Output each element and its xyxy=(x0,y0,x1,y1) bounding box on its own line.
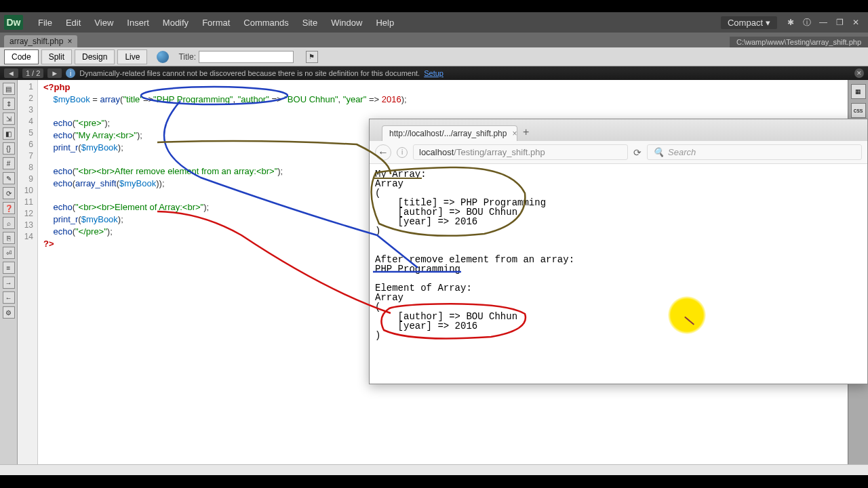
search-field[interactable]: 🔍 Search xyxy=(647,144,862,160)
site-info-icon[interactable]: i xyxy=(397,147,408,158)
code-nav-icon[interactable]: ⌕ xyxy=(3,217,15,229)
menu-edit[interactable]: Edit xyxy=(59,18,87,28)
preview-browser-icon[interactable] xyxy=(157,51,169,63)
comment-icon[interactable]: ⎘ xyxy=(3,232,15,244)
open-documents-icon[interactable]: ▤ xyxy=(3,83,15,95)
letterbox-top xyxy=(0,0,868,12)
app-logo: Dw xyxy=(4,15,23,30)
menu-format[interactable]: Format xyxy=(195,18,237,28)
menu-site[interactable]: Site xyxy=(296,18,324,28)
view-toolbar: Code Split Design Live Title: ⚑ xyxy=(0,47,868,66)
menu-commands[interactable]: Commands xyxy=(237,18,295,28)
browser-tab[interactable]: http://localhost/.../array_shift.php × xyxy=(382,125,517,141)
title-input[interactable] xyxy=(199,51,294,63)
extension-icon[interactable]: ✱ xyxy=(784,16,797,29)
reference-icon[interactable]: ❓ xyxy=(3,202,15,214)
close-icon[interactable]: × xyxy=(512,129,517,138)
view-design-button[interactable]: Design xyxy=(75,49,115,64)
view-code-button[interactable]: Code xyxy=(4,49,39,64)
browser-tab-bar: http://localhost/.../array_shift.php × + xyxy=(370,119,867,141)
menu-file[interactable]: File xyxy=(31,18,59,28)
menu-insert[interactable]: Insert xyxy=(120,18,156,28)
chevron-down-icon: ▾ xyxy=(766,18,770,28)
menu-bar: Dw File Edit View Insert Modify Format C… xyxy=(0,12,868,33)
back-button[interactable]: ← xyxy=(375,144,391,161)
collapse-icon[interactable]: ⇕ xyxy=(3,98,15,110)
recent-snippets-icon[interactable]: ≡ xyxy=(3,262,15,274)
insert-panel-icon[interactable]: ▦ xyxy=(851,84,866,99)
help-icon[interactable]: ⓘ xyxy=(800,16,814,29)
outdent-icon[interactable]: ← xyxy=(3,291,15,304)
new-tab-button[interactable]: + xyxy=(517,123,534,141)
info-bar: ◄ 1 / 2 ► i Dynamically-related files ca… xyxy=(0,66,868,80)
document-path: C:\wamp\www\Testing\array_shift.php xyxy=(730,37,868,47)
info-message: Dynamically-related files cannot not be … xyxy=(79,69,420,77)
browser-window: http://localhost/.../array_shift.php × +… xyxy=(369,119,868,384)
menu-view[interactable]: View xyxy=(87,18,120,28)
select-parent-icon[interactable]: ◧ xyxy=(3,127,15,140)
balance-braces-icon[interactable]: {} xyxy=(3,142,15,155)
info-icon: i xyxy=(66,68,75,78)
close-icon[interactable]: × xyxy=(67,37,72,46)
document-tab[interactable]: array_shift.php × xyxy=(4,35,77,47)
document-tab-bar: array_shift.php × C:\wamp\www\Testing\ar… xyxy=(0,33,868,47)
menu-modify[interactable]: Modify xyxy=(156,18,195,28)
setup-link[interactable]: Setup xyxy=(424,69,443,77)
maximize-icon[interactable]: ❐ xyxy=(833,16,846,29)
coding-toolbar: ▤ ⇕ ⇲ ◧ {} # ✎ ⟳ ❓ ⌕ ⎘ ⏎ ≡ → ← ⚙ xyxy=(0,80,18,464)
view-live-button[interactable]: Live xyxy=(117,49,147,64)
search-placeholder: Search xyxy=(668,147,696,157)
line-gutter: 1234567891011121314 xyxy=(18,80,38,464)
close-icon[interactable]: ✕ xyxy=(854,68,864,78)
url-field[interactable]: localhost/Testing/array_shift.php xyxy=(413,144,628,160)
expand-icon[interactable]: ⇲ xyxy=(3,113,15,125)
search-icon: 🔍 xyxy=(653,147,664,157)
check-icon[interactable]: ⚑ xyxy=(306,51,318,63)
minimize-icon[interactable]: — xyxy=(816,16,830,29)
wrap-tag-icon[interactable]: ⏎ xyxy=(3,247,15,259)
format-icon[interactable]: ⚙ xyxy=(3,306,15,319)
close-icon[interactable]: ✕ xyxy=(849,16,863,29)
browser-viewport: My Array: Array ( [title] => PHP Program… xyxy=(370,164,867,384)
css-panel-icon[interactable]: css xyxy=(851,103,866,118)
document-tab-label: array_shift.php xyxy=(9,37,63,46)
menu-help[interactable]: Help xyxy=(369,18,401,28)
related-files-fwd[interactable]: ► xyxy=(47,68,62,78)
menu-window[interactable]: Window xyxy=(324,18,369,28)
related-files-nav: 1 / 2 xyxy=(22,68,43,78)
reload-button[interactable]: ⟳ xyxy=(633,147,642,158)
horizontal-scrollbar[interactable] xyxy=(0,464,868,475)
related-files-back[interactable]: ◄ xyxy=(4,68,18,78)
browser-tab-title: http://localhost/.../array_shift.php xyxy=(389,129,507,138)
highlight-icon[interactable]: ✎ xyxy=(3,172,15,184)
refresh-icon[interactable]: ⟳ xyxy=(3,187,15,199)
cursor-highlight xyxy=(668,296,706,334)
line-numbers-icon[interactable]: # xyxy=(3,157,15,169)
view-split-button[interactable]: Split xyxy=(41,49,72,64)
browser-address-bar: ← i localhost/Testing/array_shift.php ⟳ … xyxy=(370,141,867,164)
title-label: Title: xyxy=(178,52,196,62)
workspace-layout[interactable]: Compact▾ xyxy=(721,16,777,29)
indent-icon[interactable]: → xyxy=(3,277,15,289)
